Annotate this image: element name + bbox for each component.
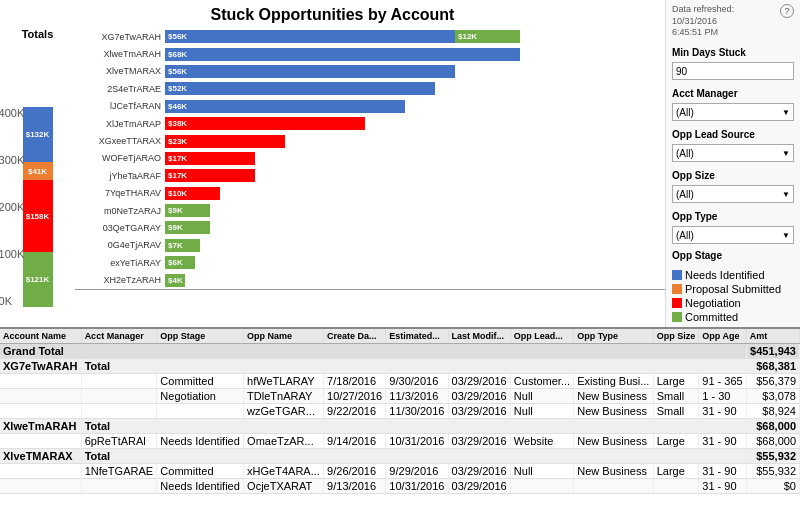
table-row: CommittedhfWeTLARAY7/18/20169/30/201603/… [0, 374, 800, 389]
right-panel: Data refreshed: 10/31/2016 6:45:51 PM ? … [665, 0, 800, 327]
table-header-cell: Account Name [0, 329, 81, 344]
table-cell: 10/31/2016 [386, 434, 448, 449]
table-cell: Small [653, 389, 699, 404]
table-cell: 6pReTtARAl [81, 434, 157, 449]
bar-segment: $38K [165, 117, 365, 130]
table-cell: 7/18/2016 [324, 374, 386, 389]
table-header-cell: Estimated... [386, 329, 448, 344]
bar-label: XlweTmARAH [75, 49, 165, 59]
bar-segment: $12K [455, 30, 520, 43]
opp-type-label: Opp Type [672, 211, 794, 222]
bar-row: 7YqeTHARAV$10K [75, 186, 665, 200]
table-cell: Large [653, 464, 699, 479]
table-cell [510, 479, 573, 494]
chart-body: Totals $0K $100K $200K $300K $400K [0, 28, 665, 327]
legend-color-box [672, 298, 682, 308]
min-days-label: Min Days Stuck [672, 47, 794, 58]
table-cell [574, 479, 653, 494]
opp-lead-source-dropdown[interactable]: (All) ▼ [672, 144, 794, 162]
bar-segment: $56K [165, 30, 455, 43]
account-total-label: Total [81, 419, 746, 434]
bar-negotiation: $158K [23, 180, 53, 252]
table-row: wzGeTGAR...9/22/201611/30/201603/29/2016… [0, 404, 800, 419]
bar-track: $4K [165, 274, 665, 287]
bar-track: $9K [165, 204, 665, 217]
table-cell: 9/22/2016 [324, 404, 386, 419]
bar-segment: $10K [165, 187, 220, 200]
bar-row: jYheTaARAF$17K [75, 169, 665, 183]
table-cell: 03/29/2016 [448, 464, 510, 479]
y-axis: $0K $100K $200K $300K $400K [0, 107, 24, 307]
table-cell: 03/29/2016 [448, 374, 510, 389]
table-cell: Negotiation [157, 389, 244, 404]
bar-label: 2S4eTrARAE [75, 84, 165, 94]
opp-stage-label: Opp Stage [672, 250, 794, 261]
bar-track: $38K [165, 117, 665, 130]
account-total-amt: $55,932 [746, 449, 799, 464]
bar-segment: $6K [165, 256, 195, 269]
bar-track: $17K [165, 169, 665, 182]
table-cell: New Business [574, 404, 653, 419]
account-total-amt: $68,000 [746, 419, 799, 434]
bar-segment: $46K [165, 100, 405, 113]
table-cell: Existing Busi... [574, 374, 653, 389]
table-cell: 03/29/2016 [448, 479, 510, 494]
opp-size-dropdown[interactable]: (All) ▼ [672, 185, 794, 203]
acct-manager-dropdown[interactable]: (All) ▼ [672, 103, 794, 121]
table-cell: 1NfeTGARAE [81, 464, 157, 479]
table-cell [81, 389, 157, 404]
info-icon[interactable]: ? [780, 4, 794, 18]
table-cell [0, 434, 81, 449]
bar-track: $56K [165, 65, 665, 78]
table-cell: 1 - 30 [699, 389, 747, 404]
table-header-cell: Acct Manager [81, 329, 157, 344]
table-header-cell: Opp Age [699, 329, 747, 344]
legend-item: Committed [672, 311, 794, 323]
chevron-down-icon: ▼ [782, 190, 790, 199]
legend-item: Negotiation [672, 297, 794, 309]
table-cell: 9/30/2016 [386, 374, 448, 389]
bar-label: XG7eTwARAH [75, 32, 165, 42]
totals-label: Totals [0, 28, 75, 42]
table-cell: $56,379 [746, 374, 799, 389]
bar-segment: $68K [165, 48, 520, 61]
bars-container: XG7eTwARAH$56K$12KXlweTmARAH$68KXlveTMAR… [75, 28, 665, 289]
bar-segment: $7K [165, 239, 200, 252]
data-table: Account NameAcct ManagerOpp StageOpp Nam… [0, 329, 800, 494]
table-cell: New Business [574, 389, 653, 404]
min-days-input[interactable] [672, 62, 794, 80]
table-body: Grand Total$451,943XG7eTwARAHTotal$68,38… [0, 344, 800, 494]
bar-segment: $4K [165, 274, 185, 287]
table-cell: Null [510, 389, 573, 404]
bar-track: $10K [165, 187, 665, 200]
bar-label: 0G4eTjARAV [75, 240, 165, 250]
bar-row: WOFeTjARAO$17K [75, 151, 665, 165]
bar-track: $56K$12K [165, 30, 665, 43]
table-cell: 31 - 90 [699, 434, 747, 449]
table-cell: 10/27/2016 [324, 389, 386, 404]
grand-total-row: Grand Total$451,943 [0, 344, 800, 359]
bar-row: m0NeTzARAJ$9K [75, 204, 665, 218]
bar-track: $23K [165, 135, 665, 148]
table-cell: New Business [574, 434, 653, 449]
table-cell: New Business [574, 464, 653, 479]
bar-row: XGxeeTTARAX$23K [75, 134, 665, 148]
bar-row: XH2eTzARAH$4K [75, 273, 665, 287]
grand-total-amt: $451,943 [746, 344, 799, 359]
table-cell [81, 404, 157, 419]
totals-column: Totals $0K $100K $200K $300K $400K [0, 28, 75, 327]
table-cell: 9/13/2016 [324, 479, 386, 494]
bar-committed: $121K [23, 252, 53, 307]
legend-label: Committed [685, 311, 738, 323]
table-section: Account NameAcct ManagerOpp StageOpp Nam… [0, 327, 800, 517]
legend-color-box [672, 284, 682, 294]
table-cell: $3,078 [746, 389, 799, 404]
table-cell [81, 374, 157, 389]
chevron-down-icon: ▼ [782, 231, 790, 240]
bar-label: jYheTaARAF [75, 171, 165, 181]
bar-row: XlweTmARAH$68K [75, 47, 665, 61]
opp-type-dropdown[interactable]: (All) ▼ [672, 226, 794, 244]
bar-label: XH2eTzARAH [75, 275, 165, 285]
x-axis [75, 289, 665, 307]
table-cell: $0 [746, 479, 799, 494]
